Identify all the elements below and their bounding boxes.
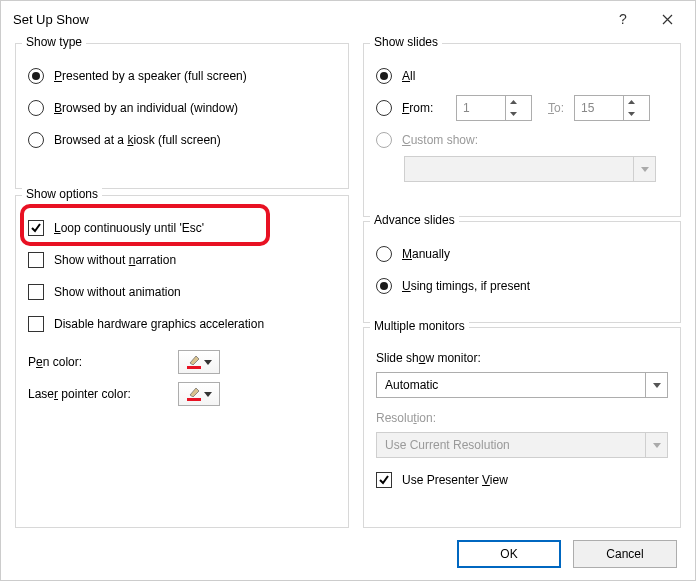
label-no-animation: Show without animation: [54, 285, 181, 299]
title-bar: Set Up Show ?: [1, 1, 695, 37]
from-spinner[interactable]: [456, 95, 532, 121]
group-advance-slides: Advance slides Manually Using timings, i…: [363, 221, 681, 323]
legend-show-slides: Show slides: [370, 35, 442, 49]
legend-show-options: Show options: [22, 187, 102, 201]
close-button[interactable]: [645, 4, 689, 34]
legend-monitors: Multiple monitors: [370, 319, 469, 333]
button-bar: OK Cancel: [1, 528, 695, 580]
check-loop[interactable]: [28, 220, 44, 236]
ok-label: OK: [500, 547, 517, 561]
radio-kiosk[interactable]: [28, 132, 44, 148]
label-presented: Presented by a speaker (full screen): [54, 69, 247, 83]
ok-button[interactable]: OK: [457, 540, 561, 568]
laser-color-swatch: [187, 398, 201, 401]
label-to: To:: [548, 101, 564, 115]
label-kiosk: Browsed at a kiosk (full screen): [54, 133, 221, 147]
chevron-down-icon: [645, 433, 667, 457]
label-presenter-view: Use Presenter View: [402, 473, 508, 487]
laser-color-picker[interactable]: [178, 382, 220, 406]
group-show-options: Show options Loop continuously until 'Es…: [15, 195, 349, 528]
resolution-value: Use Current Resolution: [377, 438, 645, 452]
radio-custom-show: [376, 132, 392, 148]
dialog-content: Show type Presented by a speaker (full s…: [1, 37, 695, 528]
radio-timings[interactable]: [376, 278, 392, 294]
chevron-down-icon: [204, 360, 212, 365]
chevron-down-icon[interactable]: [645, 373, 667, 397]
label-monitor: Slide show monitor:: [376, 351, 481, 365]
legend-advance: Advance slides: [370, 213, 459, 227]
label-pen-color: Pen color:: [28, 355, 168, 369]
to-input[interactable]: [575, 96, 623, 120]
label-browsed-individual: Browsed by an individual (window): [54, 101, 238, 115]
chevron-down-icon: [204, 392, 212, 397]
help-button[interactable]: ?: [601, 4, 645, 34]
radio-presented[interactable]: [28, 68, 44, 84]
group-show-slides: Show slides All From: To:: [363, 43, 681, 217]
dialog-title: Set Up Show: [13, 12, 601, 27]
legend-show-type: Show type: [22, 35, 86, 49]
label-resolution: Resolution:: [376, 411, 436, 425]
label-timings: Using timings, if present: [402, 279, 530, 293]
to-spinner[interactable]: [574, 95, 650, 121]
custom-show-combo: [404, 156, 656, 182]
pen-color-picker[interactable]: [178, 350, 220, 374]
label-all: All: [402, 69, 415, 83]
from-input[interactable]: [457, 96, 505, 120]
radio-all[interactable]: [376, 68, 392, 84]
radio-browsed-individual[interactable]: [28, 100, 44, 116]
label-custom-show: Custom show:: [402, 133, 478, 147]
label-disable-hw: Disable hardware graphics acceleration: [54, 317, 264, 331]
chevron-down-icon: [633, 157, 655, 181]
label-manually: Manually: [402, 247, 450, 261]
group-multiple-monitors: Multiple monitors Slide show monitor: Au…: [363, 327, 681, 528]
cancel-button[interactable]: Cancel: [573, 540, 677, 568]
radio-from[interactable]: [376, 100, 392, 116]
label-from: From:: [402, 101, 446, 115]
group-show-type: Show type Presented by a speaker (full s…: [15, 43, 349, 189]
label-no-narration: Show without narration: [54, 253, 176, 267]
monitor-value: Automatic: [377, 378, 645, 392]
check-no-narration[interactable]: [28, 252, 44, 268]
check-no-animation[interactable]: [28, 284, 44, 300]
resolution-combo: Use Current Resolution: [376, 432, 668, 458]
radio-manually[interactable]: [376, 246, 392, 262]
label-laser-color: Laser pointer color:: [28, 387, 168, 401]
check-disable-hw[interactable]: [28, 316, 44, 332]
cancel-label: Cancel: [606, 547, 643, 561]
label-loop: Loop continuously until 'Esc': [54, 221, 204, 235]
monitor-combo[interactable]: Automatic: [376, 372, 668, 398]
pen-color-swatch: [187, 366, 201, 369]
check-presenter-view[interactable]: [376, 472, 392, 488]
